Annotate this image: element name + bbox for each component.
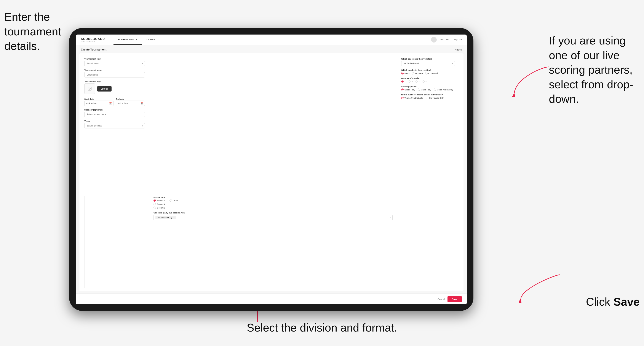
scoring-group: Scoring system Stroke Play Match Play bbox=[401, 85, 455, 91]
save-button[interactable]: Save bbox=[448, 296, 462, 302]
gender-womens[interactable]: Womens bbox=[412, 72, 423, 74]
form-container: Tournament Host ▾ Tournament name Tourna… bbox=[79, 53, 464, 291]
chevron-down-icon: ▾ bbox=[142, 63, 143, 65]
third-party-select[interactable]: Leaderboard King ✕ ▾ bbox=[154, 215, 392, 220]
radio-medal-circle bbox=[434, 88, 436, 91]
chevron-down-venue-icon: ▾ bbox=[142, 125, 143, 127]
user-avatar-icon bbox=[431, 37, 437, 42]
radio-6count5-circle bbox=[154, 206, 156, 209]
format-6count5[interactable]: 6 count 5 bbox=[154, 206, 392, 209]
division-value: NCAA Division I bbox=[404, 62, 419, 65]
svg-point-6 bbox=[89, 88, 90, 88]
tablet-device: SCOREBOARD Powered by Clippit TOURNAMENT… bbox=[69, 28, 474, 311]
division-group: Which division is the event for? NCAA Di… bbox=[401, 58, 455, 66]
tournament-host-input[interactable] bbox=[84, 61, 145, 66]
annotation-top-right: If you are using one of our live scoring… bbox=[549, 33, 640, 106]
arrow-bottom-right bbox=[518, 270, 562, 303]
division-select[interactable]: NCAA Division I ▾ bbox=[401, 61, 455, 66]
app-header: SCOREBOARD Powered by Clippit TOURNAMENT… bbox=[76, 34, 467, 45]
rounds-2[interactable]: 2 bbox=[408, 80, 412, 83]
scoring-medal-match-play[interactable]: Medal Match Play bbox=[434, 88, 453, 91]
division-label: Which division is the event for? bbox=[401, 58, 455, 60]
scoring-stroke-play[interactable]: Stroke Play bbox=[401, 88, 415, 91]
venue-input[interactable] bbox=[84, 123, 145, 128]
radio-individuals-circle bbox=[426, 97, 428, 99]
radio-womens-circle bbox=[412, 72, 414, 74]
rounds-4[interactable]: 4 bbox=[422, 80, 426, 83]
third-party-chevron-icon: ▾ bbox=[390, 216, 391, 218]
tournament-name-group: Tournament name bbox=[84, 69, 145, 77]
sponsor-label: Sponsor (optional) bbox=[84, 109, 145, 111]
annotation-bottom-right: Click Save bbox=[586, 295, 640, 309]
format-5count4[interactable]: 5 count 4 bbox=[154, 199, 165, 202]
scoring-stroke-label: Stroke Play bbox=[404, 88, 415, 91]
gender-combined[interactable]: Combined bbox=[425, 72, 438, 74]
rounds-1[interactable]: 1 bbox=[401, 80, 406, 83]
tournament-host-group: Tournament Host ▾ bbox=[84, 58, 145, 66]
gender-group: Which gender is the event for? Mens Wome… bbox=[401, 69, 455, 74]
scoring-match-play[interactable]: Match Play bbox=[418, 88, 431, 91]
scoring-medal-label: Medal Match Play bbox=[437, 88, 453, 91]
venue-label: Venue bbox=[84, 120, 145, 122]
column-divider-1 bbox=[150, 58, 150, 196]
form-col-1: Tournament Host ▾ Tournament name Tourna… bbox=[84, 58, 145, 196]
format-other[interactable]: Other bbox=[170, 199, 178, 202]
scoring-label: Scoring system bbox=[401, 85, 455, 88]
logo-upload-row: Upload bbox=[84, 83, 145, 94]
start-date-label: Start date bbox=[84, 98, 94, 100]
back-button[interactable]: Back bbox=[455, 48, 462, 51]
division-chevron-icon: ▾ bbox=[452, 63, 453, 65]
format-other-label: Other bbox=[173, 199, 178, 202]
start-date-wrap: 📅 bbox=[84, 101, 114, 106]
user-name: Test User | bbox=[440, 38, 450, 41]
form-col-3: Format type 5 count 4 Other bbox=[150, 196, 392, 288]
radio-teams-circle bbox=[401, 97, 404, 99]
format-6count5-label: 6 count 5 bbox=[157, 206, 165, 209]
radio-round4-circle bbox=[422, 80, 424, 83]
teams-label: Is this event for Teams and/or Individua… bbox=[401, 93, 455, 96]
format-row-1: 5 count 4 Other bbox=[154, 199, 392, 202]
logo-area: SCOREBOARD Powered by Clippit bbox=[81, 37, 105, 42]
sponsor-input[interactable] bbox=[84, 112, 145, 117]
tournament-logo-group: Tournament logo Upload bbox=[84, 80, 145, 94]
gender-womens-label: Womens bbox=[415, 72, 423, 74]
tournament-name-input[interactable] bbox=[84, 72, 145, 77]
teams-radio-group: Teams (+Individuals) Individuals Only bbox=[401, 97, 455, 99]
cancel-button[interactable]: Cancel bbox=[438, 298, 445, 301]
radio-combined-circle bbox=[425, 72, 428, 74]
format-row-2: 6 count 4 bbox=[154, 203, 392, 205]
venue-group: Venue ▾ bbox=[84, 120, 145, 128]
format-type-group: Format type 5 count 4 Other bbox=[154, 196, 392, 209]
logo-preview-box bbox=[84, 83, 95, 94]
rounds-3[interactable]: 3 bbox=[415, 80, 420, 83]
gender-mens-label: Mens bbox=[404, 72, 410, 74]
format-type-label: Format type bbox=[154, 196, 392, 198]
radio-round1-circle bbox=[401, 80, 404, 83]
image-icon bbox=[88, 87, 92, 91]
tag-close-icon[interactable]: ✕ bbox=[173, 216, 175, 219]
sponsor-group: Sponsor (optional) bbox=[84, 109, 145, 117]
radio-round3-circle bbox=[415, 80, 418, 83]
header-right: Test User | Sign out bbox=[431, 37, 462, 42]
gender-mens[interactable]: Mens bbox=[401, 72, 410, 74]
teams-group: Is this event for Teams and/or Individua… bbox=[401, 93, 455, 99]
scoring-match-label: Match Play bbox=[421, 88, 431, 91]
format-6count4[interactable]: 6 count 4 bbox=[154, 203, 392, 205]
form-footer: Cancel Save bbox=[76, 294, 467, 304]
teams-option[interactable]: Teams (+Individuals) bbox=[401, 97, 423, 99]
tournament-host-field-wrap: ▾ bbox=[84, 61, 145, 66]
date-row: Start date 📅 End date 📅 bbox=[84, 97, 145, 106]
sign-out-link[interactable]: Sign out bbox=[454, 38, 462, 41]
third-party-label: Use third-party live scoring API? bbox=[154, 211, 392, 214]
radio-stroke-circle bbox=[401, 88, 404, 91]
upload-button[interactable]: Upload bbox=[97, 86, 112, 92]
third-party-value: Leaderboard King bbox=[157, 216, 172, 219]
start-date-group: Start date 📅 bbox=[84, 97, 114, 106]
rounds-3-label: 3 bbox=[418, 80, 420, 83]
individuals-option[interactable]: Individuals Only bbox=[426, 97, 444, 99]
tab-tournaments[interactable]: TOURNAMENTS bbox=[114, 34, 142, 45]
tab-teams[interactable]: TEAMS bbox=[142, 34, 159, 45]
rounds-2-label: 2 bbox=[412, 80, 412, 83]
nav-tabs: TOURNAMENTS TEAMS bbox=[114, 34, 159, 45]
scoring-radio-group: Stroke Play Match Play Medal Match Play bbox=[401, 88, 455, 91]
